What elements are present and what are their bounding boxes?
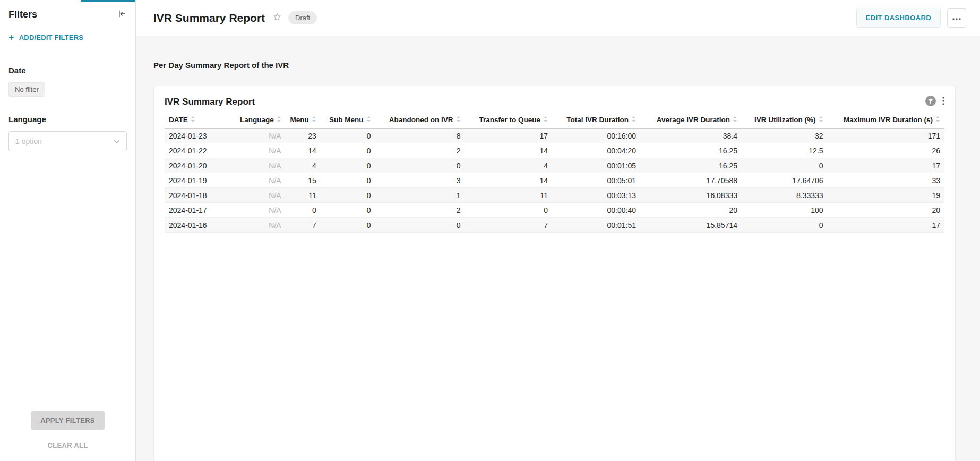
cell-date: 2024-01-18 bbox=[165, 188, 231, 203]
sort-icon[interactable] bbox=[312, 116, 316, 124]
filter-funnel-icon bbox=[925, 96, 936, 108]
sort-icon[interactable] bbox=[191, 116, 195, 124]
dashboard-main: IVR Summary Report Draft EDIT DASHBOARD bbox=[136, 0, 980, 461]
date-filter-chip[interactable]: No filter bbox=[8, 82, 45, 97]
column-header-ivr-utilization[interactable]: IVR Utilization (%) bbox=[742, 114, 828, 129]
cell-value: 26 bbox=[828, 143, 944, 158]
cell-value: N/A bbox=[231, 158, 286, 173]
cell-date: 2024-01-20 bbox=[165, 158, 231, 173]
cell-value: 00:01:05 bbox=[552, 158, 640, 173]
filters-sidebar: Filters + ADD/EDIT FILTERS Date No filte… bbox=[0, 0, 136, 461]
add-edit-filters-button[interactable]: + ADD/EDIT FILTERS bbox=[8, 33, 127, 41]
sort-icon[interactable] bbox=[631, 116, 636, 124]
filter-label-language: Language bbox=[8, 115, 127, 124]
column-header-total-ivr-duration[interactable]: Total IVR Duration bbox=[552, 114, 640, 129]
column-header-maximum-ivr-duration-s[interactable]: Maximum IVR Duration (s) bbox=[828, 114, 944, 129]
cell-value: 0 bbox=[321, 143, 375, 158]
table-row: 2024-01-23N/A23081700:16:0038.432171 bbox=[165, 129, 944, 143]
column-header-date[interactable]: DATE bbox=[165, 114, 231, 129]
column-header-abandoned-on-ivr[interactable]: Abandoned on IVR bbox=[375, 114, 465, 129]
cell-value: N/A bbox=[231, 143, 286, 158]
cell-value: 2 bbox=[375, 203, 465, 218]
sort-icon[interactable] bbox=[366, 116, 371, 124]
table-row: 2024-01-16N/A700700:01:5115.85714017 bbox=[165, 218, 944, 233]
filters-footer: APPLY FILTERS CLEAR ALL bbox=[8, 411, 127, 461]
cell-value: 17 bbox=[828, 218, 944, 233]
cell-value: 8 bbox=[375, 129, 465, 143]
cell-value: 20 bbox=[828, 203, 944, 218]
cell-value: 14 bbox=[465, 143, 553, 158]
chart-title: IVR Summary Report bbox=[165, 97, 255, 107]
filters-tab-indicator bbox=[81, 0, 135, 2]
language-select[interactable]: 1 option bbox=[8, 131, 127, 151]
cell-value: 00:00:40 bbox=[552, 203, 640, 218]
table-header-row: DATELanguageMenuSub MenuAbandoned on IVR… bbox=[165, 114, 944, 129]
cell-date: 2024-01-16 bbox=[165, 218, 231, 233]
filters-title: Filters bbox=[8, 9, 37, 20]
cell-value: 19 bbox=[828, 188, 944, 203]
table-row: 2024-01-22N/A14021400:04:2016.2512.526 bbox=[165, 143, 944, 158]
column-header-menu[interactable]: Menu bbox=[286, 114, 321, 129]
sort-icon[interactable] bbox=[543, 116, 548, 124]
cell-value: 14 bbox=[286, 143, 321, 158]
sort-icon[interactable] bbox=[935, 116, 940, 124]
cell-date: 2024-01-19 bbox=[165, 173, 231, 188]
sort-icon[interactable] bbox=[819, 116, 823, 124]
filters-header: Filters bbox=[8, 0, 127, 21]
chart-card-actions bbox=[925, 96, 944, 108]
cross-filter-badge-button[interactable] bbox=[925, 96, 936, 108]
column-label: Abandoned on IVR bbox=[389, 116, 453, 124]
sort-icon[interactable] bbox=[733, 116, 737, 124]
cell-value: 4 bbox=[286, 158, 321, 173]
cell-value: 20 bbox=[640, 203, 742, 218]
cell-value: 0 bbox=[321, 188, 375, 203]
sort-icon[interactable] bbox=[456, 116, 461, 124]
column-header-language[interactable]: Language bbox=[231, 114, 286, 129]
cell-value: 00:01:51 bbox=[552, 218, 640, 233]
sort-icon[interactable] bbox=[277, 116, 281, 124]
column-label: Total IVR Duration bbox=[566, 116, 629, 124]
clear-all-button[interactable]: CLEAR ALL bbox=[48, 441, 88, 449]
table-row: 2024-01-20N/A400400:01:0516.25017 bbox=[165, 158, 944, 173]
cell-value: N/A bbox=[231, 129, 286, 143]
favorite-star-button[interactable] bbox=[272, 12, 282, 23]
column-header-transfer-to-queue[interactable]: Transfer to Queue bbox=[465, 114, 553, 129]
cell-value: 11 bbox=[465, 188, 553, 203]
cell-value: 8.33333 bbox=[742, 188, 828, 203]
dashboard-content: Per Day Summary Report of the IVR IVR Su… bbox=[136, 36, 980, 461]
cell-value: 0 bbox=[286, 203, 321, 218]
cell-value: 171 bbox=[828, 129, 944, 143]
plus-icon: + bbox=[8, 34, 14, 41]
status-badge: Draft bbox=[288, 11, 317, 24]
cell-value: 0 bbox=[321, 218, 375, 233]
cell-value: 2 bbox=[375, 143, 465, 158]
cell-value: 0 bbox=[742, 158, 828, 173]
cell-value: 33 bbox=[828, 173, 944, 188]
cell-value: 100 bbox=[742, 203, 828, 218]
cell-value: 12.5 bbox=[742, 143, 828, 158]
column-header-average-ivr-duration[interactable]: Average IVR Duration bbox=[640, 114, 742, 129]
edit-dashboard-button[interactable]: EDIT DASHBOARD bbox=[856, 8, 941, 28]
column-label: IVR Utilization (%) bbox=[754, 116, 816, 124]
collapse-filters-button[interactable] bbox=[116, 8, 127, 21]
column-label: DATE bbox=[169, 116, 188, 124]
chart-menu-button[interactable] bbox=[942, 97, 944, 107]
cell-value: 0 bbox=[465, 203, 553, 218]
cell-value: 7 bbox=[286, 218, 321, 233]
cell-value: 00:16:00 bbox=[552, 129, 640, 143]
apply-filters-button[interactable]: APPLY FILTERS bbox=[31, 411, 105, 430]
column-label: Language bbox=[240, 116, 274, 124]
cell-value: 0 bbox=[375, 218, 465, 233]
cell-value: 00:03:13 bbox=[552, 188, 640, 203]
cell-value: 0 bbox=[321, 173, 375, 188]
more-options-button[interactable] bbox=[947, 8, 966, 28]
cell-date: 2024-01-22 bbox=[165, 143, 231, 158]
language-select-value: 1 option bbox=[15, 137, 42, 146]
cell-value: 0 bbox=[742, 218, 828, 233]
page-title: IVR Summary Report bbox=[153, 12, 265, 24]
cell-value: 3 bbox=[375, 173, 465, 188]
cell-value: 17 bbox=[828, 158, 944, 173]
cell-value: 14 bbox=[465, 173, 553, 188]
cell-value: 11 bbox=[286, 188, 321, 203]
column-header-sub-menu[interactable]: Sub Menu bbox=[321, 114, 375, 129]
